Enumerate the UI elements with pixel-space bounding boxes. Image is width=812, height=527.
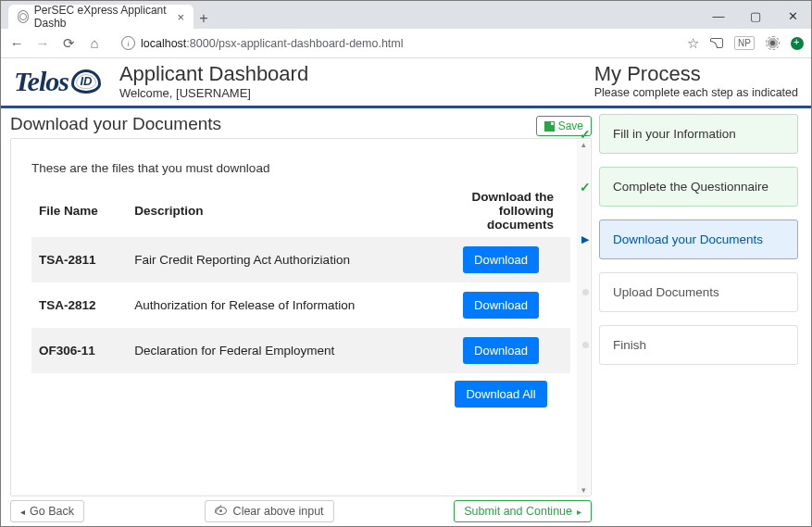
logo-text: Telos [14, 66, 69, 97]
cell-description: Fair Credit Reporting Act Authoriziation [127, 237, 431, 282]
nav-reload-icon[interactable]: ⟳ [60, 35, 77, 52]
cell-filename: TSA-2811 [31, 237, 127, 282]
download-button[interactable]: Download [463, 337, 539, 364]
bookmark-icon[interactable]: ☆ [687, 35, 699, 52]
close-tab-icon[interactable]: × [177, 10, 184, 24]
chevron-right-icon [577, 505, 581, 518]
nav-home-icon[interactable]: ⌂ [86, 35, 103, 51]
documents-table: File Name Description Download the follo… [31, 184, 570, 417]
col-download: Download the following documents [431, 184, 570, 237]
clear-input-button[interactable]: Clear above input [205, 500, 334, 522]
step-download-docs[interactable]: ▶ Download your Documents [599, 220, 798, 259]
url-port: :8000 [186, 37, 215, 50]
table-row: TSA-2812 Authorization for Release of In… [31, 282, 570, 328]
section-title: Download your Documents [10, 114, 536, 134]
table-row: TSA-2811 Fair Credit Reporting Act Autho… [31, 237, 570, 282]
cell-description: Authorization for Release of Information [127, 282, 431, 328]
process-steps: ✓ Fill in your Information ✓ Complete th… [599, 114, 798, 526]
download-all-row: Download All [31, 373, 570, 417]
download-all-button[interactable]: Download All [455, 381, 546, 408]
browser-tab[interactable]: PerSEC eXpress Applicant Dashb × [8, 5, 194, 29]
active-arrow-icon: ▶ [578, 233, 593, 245]
panel-footer: Go Back Clear above input Submit and Con… [10, 496, 592, 526]
check-icon: ✓ [578, 127, 593, 142]
step-label: Upload Documents [613, 285, 719, 299]
step-questionnaire[interactable]: ✓ Complete the Questionnaire [599, 167, 798, 207]
extension-icon[interactable] [766, 36, 780, 50]
step-label: Download your Documents [613, 232, 763, 246]
step-label: Finish [613, 338, 646, 352]
tab-title: PerSEC eXpress Applicant Dashb [34, 4, 172, 30]
cell-description: Declaration for Federal Employment [127, 328, 431, 373]
close-window-button[interactable]: ✕ [774, 3, 811, 29]
nav-forward-icon: → [34, 35, 51, 51]
cell-filename: TSA-2812 [31, 282, 127, 328]
step-upload-docs[interactable]: Upload Documents [599, 272, 798, 312]
app-logo: Telos ID [14, 62, 101, 100]
cell-filename: OF306-11 [31, 328, 127, 373]
panel-intro: These are the files that you must downlo… [31, 161, 570, 175]
extension-add-icon[interactable] [791, 37, 804, 50]
site-info-icon[interactable]: i [121, 36, 135, 50]
table-row: OF306-11 Declaration for Federal Employm… [31, 328, 570, 373]
step-finish[interactable]: Finish [599, 325, 798, 365]
address-bar[interactable]: i localhost:8000/psx-applicant-dashboard… [112, 36, 678, 50]
submit-continue-button[interactable]: Submit and Continue [454, 500, 592, 522]
minimize-button[interactable]: — [700, 3, 737, 29]
url-path: /psx-applicant-dashboard-demo.html [216, 37, 404, 50]
browser-titlebar: PerSEC eXpress Applicant Dashb × + — ▢ ✕ [1, 1, 811, 29]
step-fill-info[interactable]: ✓ Fill in your Information [599, 114, 798, 154]
go-back-button[interactable]: Go Back [10, 500, 84, 522]
page-heading: Applicant Dashboard [119, 62, 308, 86]
documents-panel: These are the files that you must downlo… [10, 138, 592, 496]
step-label: Fill in your Information [613, 127, 736, 141]
cast-icon[interactable] [710, 38, 723, 48]
browser-toolbar: ← → ⟳ ⌂ i localhost:8000/psx-applicant-d… [1, 29, 811, 58]
nav-back-icon[interactable]: ← [8, 35, 25, 51]
pending-dot-icon [578, 289, 593, 295]
new-tab-button[interactable]: + [194, 8, 214, 29]
url-host: localhost [141, 37, 186, 50]
favicon-icon [18, 10, 29, 23]
step-label: Complete the Questionnaire [613, 180, 768, 194]
clear-icon [215, 505, 229, 518]
save-icon [544, 121, 555, 132]
process-subtext: Please complete each step as indicated [594, 86, 798, 99]
chevron-left-icon [20, 505, 25, 518]
check-icon: ✓ [578, 180, 593, 194]
app-header: Telos ID Applicant Dashboard Welcome, [U… [1, 58, 811, 108]
welcome-text: Welcome, [USERNAME] [119, 86, 308, 100]
process-heading: My Process [594, 62, 798, 86]
col-filename: File Name [31, 184, 127, 237]
pending-dot-icon [578, 342, 593, 348]
download-button[interactable]: Download [463, 246, 539, 273]
download-button[interactable]: Download [463, 292, 539, 319]
maximize-button[interactable]: ▢ [737, 3, 774, 29]
logo-badge: ID [71, 69, 101, 94]
profile-badge[interactable]: NP [734, 36, 755, 50]
col-description: Description [127, 184, 431, 237]
